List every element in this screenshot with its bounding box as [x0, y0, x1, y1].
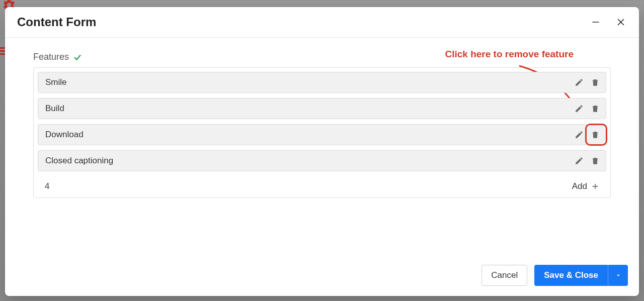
cancel-button[interactable]: Cancel [481, 265, 527, 286]
plus-icon [591, 182, 599, 190]
features-panel: Smile Build [33, 67, 611, 198]
minimize-button[interactable] [589, 15, 603, 29]
row-actions [575, 104, 601, 113]
header-actions [589, 15, 628, 29]
trash-icon[interactable] [591, 104, 600, 113]
save-dropdown-caret[interactable] [608, 265, 628, 286]
trash-icon[interactable] [591, 156, 600, 165]
trash-icon[interactable] [591, 78, 600, 87]
close-button[interactable] [614, 15, 628, 29]
modal-body: Click here to remove feature Features Sm… [5, 38, 639, 257]
feature-row[interactable]: Build [38, 98, 606, 119]
caret-down-icon [615, 272, 622, 279]
feature-row[interactable]: Smile [38, 72, 606, 93]
feature-row[interactable]: Download [38, 124, 606, 145]
features-count: 4 [45, 181, 49, 191]
check-icon [73, 53, 82, 62]
features-panel-footer: 4 Add [38, 176, 606, 197]
modal-title: Content Form [17, 15, 96, 29]
feature-label: Download [45, 130, 575, 140]
row-actions [575, 156, 601, 165]
annotation-text: Click here to remove feature [445, 49, 574, 60]
edit-icon[interactable] [575, 78, 584, 87]
feature-label: Smile [45, 77, 575, 87]
modal-footer: Cancel Save & Close [5, 257, 639, 296]
modal-header: Content Form [5, 7, 639, 38]
feature-row[interactable]: Closed captioning [38, 150, 606, 171]
trash-icon[interactable] [591, 130, 600, 139]
feature-label: Closed captioning [45, 156, 575, 166]
save-button-group: Save & Close [534, 265, 628, 286]
edit-icon[interactable] [575, 104, 584, 113]
content-form-modal: Content Form Click here to remove featur… [5, 7, 639, 296]
save-close-button[interactable]: Save & Close [534, 265, 608, 286]
row-actions [575, 130, 601, 139]
row-actions [575, 78, 601, 87]
add-feature-button[interactable]: Add [572, 181, 599, 191]
feature-label: Build [45, 104, 575, 114]
features-label-text: Features [33, 52, 69, 62]
edit-icon[interactable] [575, 130, 584, 139]
edit-icon[interactable] [575, 156, 584, 165]
add-label: Add [572, 181, 587, 191]
